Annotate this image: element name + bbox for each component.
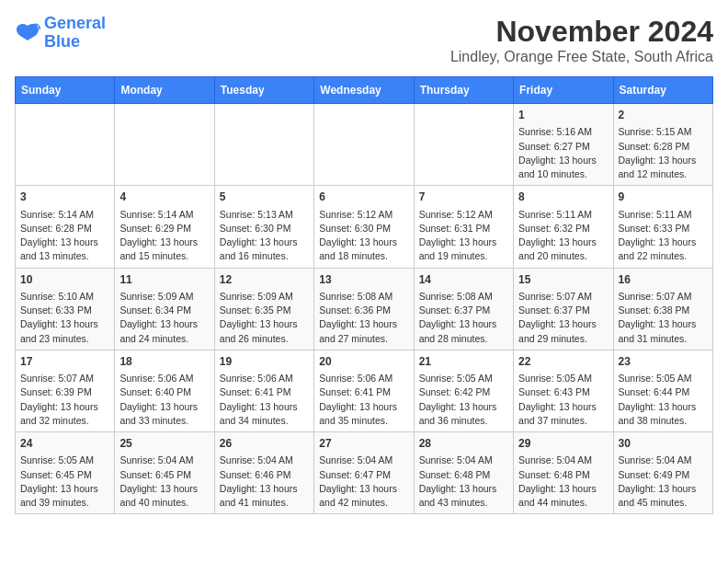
calendar-week-row: 10Sunrise: 5:10 AM Sunset: 6:33 PM Dayli… [16,268,713,350]
logo: General Blue [15,15,106,52]
calendar-cell: 21Sunrise: 5:05 AM Sunset: 6:42 PM Dayli… [414,350,513,431]
calendar-cell: 13Sunrise: 5:08 AM Sunset: 6:36 PM Dayli… [314,268,414,350]
day-number: 28 [419,436,508,452]
day-content: Sunrise: 5:09 AM Sunset: 6:34 PM Dayligh… [119,290,209,346]
calendar-cell: 7Sunrise: 5:12 AM Sunset: 6:31 PM Daylig… [414,186,513,268]
day-number: 23 [619,354,708,370]
day-content: Sunrise: 5:14 AM Sunset: 6:28 PM Dayligh… [20,208,109,264]
day-number: 29 [518,436,608,452]
day-number: 27 [319,436,408,452]
calendar-cell: 8Sunrise: 5:11 AM Sunset: 6:32 PM Daylig… [514,186,613,268]
day-content: Sunrise: 5:05 AM Sunset: 6:45 PM Dayligh… [20,454,109,510]
calendar-cell: 12Sunrise: 5:09 AM Sunset: 6:35 PM Dayli… [214,268,313,350]
day-number: 7 [419,190,508,205]
day-content: Sunrise: 5:08 AM Sunset: 6:36 PM Dayligh… [319,290,408,346]
day-content: Sunrise: 5:05 AM Sunset: 6:44 PM Dayligh… [619,372,708,428]
page-subtitle: Lindley, Orange Free State, South Africa [450,49,713,65]
calendar-cell: 28Sunrise: 5:04 AM Sunset: 6:48 PM Dayli… [414,432,513,514]
calendar-cell: 2Sunrise: 5:15 AM Sunset: 6:28 PM Daylig… [613,104,712,186]
day-number: 5 [220,190,309,205]
day-content: Sunrise: 5:09 AM Sunset: 6:35 PM Dayligh… [220,290,309,346]
calendar-cell: 4Sunrise: 5:14 AM Sunset: 6:29 PM Daylig… [115,186,214,268]
calendar-cell: 14Sunrise: 5:08 AM Sunset: 6:37 PM Dayli… [414,268,513,350]
calendar-cell: 3Sunrise: 5:14 AM Sunset: 6:28 PM Daylig… [16,186,115,268]
logo-bird-icon [15,22,40,44]
day-number: 25 [119,436,209,452]
calendar-body: 1Sunrise: 5:16 AM Sunset: 6:27 PM Daylig… [16,104,713,514]
calendar-cell: 29Sunrise: 5:04 AM Sunset: 6:48 PM Dayli… [514,432,613,514]
calendar-cell: 20Sunrise: 5:06 AM Sunset: 6:41 PM Dayli… [314,350,414,431]
day-number: 14 [419,272,508,288]
day-number: 11 [119,272,209,288]
day-content: Sunrise: 5:04 AM Sunset: 6:45 PM Dayligh… [119,454,209,510]
calendar-cell: 5Sunrise: 5:13 AM Sunset: 6:30 PM Daylig… [214,186,313,268]
day-number: 8 [518,190,608,205]
calendar-day-header: Monday [115,77,214,104]
calendar-cell: 27Sunrise: 5:04 AM Sunset: 6:47 PM Dayli… [314,432,414,514]
calendar-cell: 17Sunrise: 5:07 AM Sunset: 6:39 PM Dayli… [16,350,115,431]
title-block: November 2024 Lindley, Orange Free State… [450,15,713,65]
calendar-cell [16,104,115,186]
day-number: 12 [220,272,309,288]
calendar-cell: 30Sunrise: 5:04 AM Sunset: 6:49 PM Dayli… [613,432,712,514]
calendar-day-header: Saturday [613,77,712,104]
day-content: Sunrise: 5:04 AM Sunset: 6:48 PM Dayligh… [518,454,608,510]
day-content: Sunrise: 5:11 AM Sunset: 6:32 PM Dayligh… [518,208,608,264]
calendar-cell: 25Sunrise: 5:04 AM Sunset: 6:45 PM Dayli… [115,432,214,514]
day-number: 2 [619,108,708,123]
day-number: 6 [319,190,408,205]
calendar-cell: 19Sunrise: 5:06 AM Sunset: 6:41 PM Dayli… [214,350,313,431]
calendar-cell [314,104,414,186]
day-content: Sunrise: 5:15 AM Sunset: 6:28 PM Dayligh… [619,125,708,181]
day-number: 26 [220,436,309,452]
day-number: 24 [20,436,109,452]
day-content: Sunrise: 5:11 AM Sunset: 6:33 PM Dayligh… [619,208,708,264]
day-number: 17 [20,354,109,370]
calendar-week-row: 17Sunrise: 5:07 AM Sunset: 6:39 PM Dayli… [16,350,713,431]
day-content: Sunrise: 5:06 AM Sunset: 6:41 PM Dayligh… [319,372,408,428]
day-number: 3 [20,190,109,205]
calendar-day-header: Tuesday [214,77,313,104]
day-number: 30 [619,436,708,452]
day-number: 20 [319,354,408,370]
day-number: 10 [20,272,109,288]
day-content: Sunrise: 5:04 AM Sunset: 6:46 PM Dayligh… [220,454,309,510]
day-content: Sunrise: 5:04 AM Sunset: 6:47 PM Dayligh… [319,454,408,510]
logo-text: General Blue [44,15,106,52]
day-content: Sunrise: 5:08 AM Sunset: 6:37 PM Dayligh… [419,290,508,346]
calendar-table: SundayMondayTuesdayWednesdayThursdayFrid… [15,76,713,514]
day-number: 21 [419,354,508,370]
calendar-cell: 22Sunrise: 5:05 AM Sunset: 6:43 PM Dayli… [514,350,613,431]
calendar-cell: 26Sunrise: 5:04 AM Sunset: 6:46 PM Dayli… [214,432,313,514]
day-number: 15 [518,272,608,288]
day-content: Sunrise: 5:12 AM Sunset: 6:30 PM Dayligh… [319,208,408,264]
calendar-week-row: 1Sunrise: 5:16 AM Sunset: 6:27 PM Daylig… [16,104,713,186]
day-content: Sunrise: 5:04 AM Sunset: 6:48 PM Dayligh… [419,454,508,510]
day-content: Sunrise: 5:13 AM Sunset: 6:30 PM Dayligh… [220,208,309,264]
calendar-week-row: 24Sunrise: 5:05 AM Sunset: 6:45 PM Dayli… [16,432,713,514]
day-number: 9 [619,190,708,205]
calendar-day-header: Friday [514,77,613,104]
day-content: Sunrise: 5:07 AM Sunset: 6:38 PM Dayligh… [619,290,708,346]
calendar-cell: 18Sunrise: 5:06 AM Sunset: 6:40 PM Dayli… [115,350,214,431]
calendar-day-header: Sunday [16,77,115,104]
calendar-week-row: 3Sunrise: 5:14 AM Sunset: 6:28 PM Daylig… [16,186,713,268]
day-content: Sunrise: 5:16 AM Sunset: 6:27 PM Dayligh… [518,125,608,181]
calendar-cell: 10Sunrise: 5:10 AM Sunset: 6:33 PM Dayli… [16,268,115,350]
day-content: Sunrise: 5:06 AM Sunset: 6:41 PM Dayligh… [220,372,309,428]
day-content: Sunrise: 5:05 AM Sunset: 6:42 PM Dayligh… [419,372,508,428]
day-number: 13 [319,272,408,288]
calendar-cell: 24Sunrise: 5:05 AM Sunset: 6:45 PM Dayli… [16,432,115,514]
day-content: Sunrise: 5:05 AM Sunset: 6:43 PM Dayligh… [518,372,608,428]
header: General Blue November 2024 Lindley, Oran… [15,15,713,65]
calendar-day-header: Thursday [414,77,513,104]
calendar-cell [115,104,214,186]
calendar-cell: 1Sunrise: 5:16 AM Sunset: 6:27 PM Daylig… [514,104,613,186]
day-number: 16 [619,272,708,288]
day-number: 22 [518,354,608,370]
calendar-cell: 6Sunrise: 5:12 AM Sunset: 6:30 PM Daylig… [314,186,414,268]
day-content: Sunrise: 5:12 AM Sunset: 6:31 PM Dayligh… [419,208,508,264]
day-content: Sunrise: 5:10 AM Sunset: 6:33 PM Dayligh… [20,290,109,346]
page-title: November 2024 [450,15,713,49]
calendar-cell: 11Sunrise: 5:09 AM Sunset: 6:34 PM Dayli… [115,268,214,350]
